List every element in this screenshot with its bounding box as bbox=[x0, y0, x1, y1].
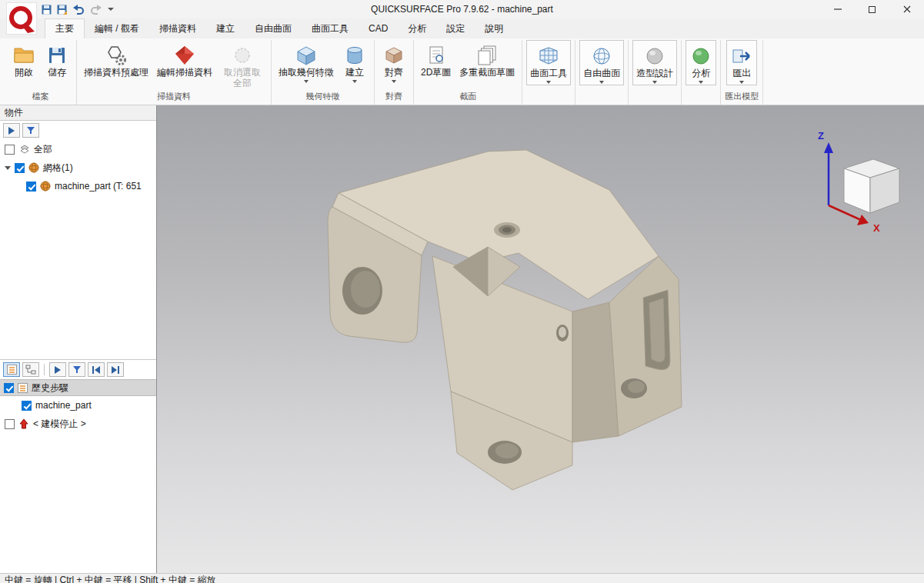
maximize-button[interactable] bbox=[855, 0, 889, 18]
history-label-machine-part: machine_part bbox=[35, 400, 92, 411]
history-filter-button[interactable] bbox=[68, 362, 85, 377]
play-icon bbox=[8, 127, 15, 135]
checkbox-history-stop[interactable] bbox=[5, 419, 15, 429]
ribbon: 開啟 儲存 檔案 掃描資料預處理 編輯掃描資料 bbox=[0, 38, 924, 105]
dropdown-arrow-icon bbox=[392, 80, 396, 83]
styling-design-label: 造型設計 bbox=[636, 68, 673, 79]
history-skip-last-button[interactable] bbox=[107, 362, 124, 377]
redo-button[interactable] bbox=[90, 4, 102, 15]
align-button[interactable]: 對齊 bbox=[379, 40, 409, 84]
left-panel: 物件 全部 網格(1) bbox=[0, 105, 157, 573]
tab-freeform[interactable]: 自由曲面 bbox=[245, 18, 302, 38]
history-list-view-button[interactable] bbox=[3, 362, 20, 377]
checkbox-mesh-group[interactable] bbox=[15, 163, 25, 173]
tab-settings[interactable]: 設定 bbox=[436, 18, 475, 38]
checkbox-all[interactable] bbox=[5, 145, 15, 155]
objects-filter-button[interactable] bbox=[22, 123, 39, 138]
machine-part-mesh bbox=[157, 105, 924, 573]
orange-mesh-icon bbox=[28, 162, 39, 173]
close-icon bbox=[903, 5, 911, 13]
open-label: 開啟 bbox=[15, 68, 33, 78]
checkbox-history-machine-part[interactable] bbox=[22, 401, 32, 411]
tree-row-machine-part[interactable]: machine_part (T: 651 bbox=[0, 177, 156, 195]
chevron-expanded-icon[interactable] bbox=[5, 166, 11, 170]
objects-play-button[interactable] bbox=[3, 123, 20, 138]
open-button[interactable]: 開啟 bbox=[8, 40, 39, 79]
layers-icon bbox=[18, 144, 30, 155]
group-caption-feature: 幾何特徵 bbox=[306, 90, 340, 105]
tree-row-mesh-group[interactable]: 網格(1) bbox=[0, 158, 156, 177]
tab-analysis[interactable]: 分析 bbox=[398, 18, 436, 38]
quick-access-toolbar bbox=[42, 4, 114, 15]
tab-main[interactable]: 主要 bbox=[45, 18, 85, 38]
ribbon-tabs: 主要 編輯 / 觀看 掃描資料 建立 自由曲面 曲面工具 CAD 分析 設定 說… bbox=[0, 18, 924, 38]
group-caption-scan: 掃描資料 bbox=[157, 90, 191, 105]
dropdown-arrow-icon bbox=[739, 81, 744, 84]
surface-tools-label: 曲面工具 bbox=[530, 68, 567, 79]
edit-scan-label: 編輯掃描資料 bbox=[157, 68, 212, 78]
ribbon-group-styling: 造型設計 bbox=[629, 40, 682, 105]
play-icon bbox=[54, 366, 62, 374]
history-label-stop: < 建模停止 > bbox=[33, 418, 86, 431]
history-play-button[interactable] bbox=[49, 362, 66, 377]
styling-design-button[interactable]: 造型設計 bbox=[632, 40, 677, 85]
tab-scan-data[interactable]: 掃描資料 bbox=[149, 18, 206, 38]
tab-create[interactable]: 建立 bbox=[206, 18, 245, 38]
ribbon-group-export: 匯出 匯出模型 bbox=[721, 40, 763, 105]
objects-panel-header: 物件 bbox=[0, 105, 156, 121]
tab-edit-view[interactable]: 編輯 / 觀看 bbox=[85, 18, 149, 38]
red-diamond-icon bbox=[173, 43, 196, 68]
analysis-button[interactable]: 分析 bbox=[685, 40, 716, 85]
tree-row-all[interactable]: 全部 bbox=[0, 140, 156, 158]
tab-surface-tools[interactable]: 曲面工具 bbox=[302, 18, 359, 38]
save-quick-button[interactable] bbox=[42, 5, 52, 15]
save-as-button[interactable] bbox=[57, 5, 67, 15]
navigation-cube[interactable]: Z X bbox=[812, 125, 904, 237]
export-label: 匯出 bbox=[732, 68, 751, 79]
ribbon-group-file: 開啟 儲存 檔案 bbox=[5, 40, 77, 105]
sketch-2d-button[interactable]: 2D草圖 bbox=[418, 40, 454, 79]
chevron-down-icon bbox=[108, 8, 114, 11]
3d-viewport[interactable]: Z X bbox=[157, 105, 924, 573]
scan-preprocess-button[interactable]: 掃描資料預處理 bbox=[81, 40, 152, 79]
maximize-icon bbox=[869, 6, 876, 13]
close-button[interactable] bbox=[889, 0, 924, 18]
floppy-icon bbox=[47, 43, 67, 68]
history-row-machine-part[interactable]: machine_part bbox=[0, 396, 156, 415]
funnel-icon bbox=[26, 126, 35, 135]
save-file-button[interactable]: 儲存 bbox=[42, 40, 72, 79]
extract-feature-button[interactable]: 抽取幾何特徵 bbox=[275, 40, 337, 84]
app-window: QUICKSURFACE Pro 7.9.62 - machine_part 主… bbox=[0, 0, 924, 583]
tree-label-mesh-group: 網格(1) bbox=[43, 162, 73, 175]
deselect-all-button[interactable]: 取消選取全部 bbox=[218, 40, 267, 90]
redo-icon bbox=[90, 4, 102, 15]
tab-help[interactable]: 說明 bbox=[475, 18, 513, 38]
history-panel: 歷史步驟 machine_part < 建模停止 > bbox=[0, 359, 156, 573]
minimize-button[interactable] bbox=[820, 0, 855, 18]
multi-section-sketch-button[interactable]: 多重截面草圖 bbox=[456, 40, 518, 79]
history-header[interactable]: 歷史步驟 bbox=[0, 379, 156, 396]
gray-sphere-icon bbox=[645, 44, 665, 68]
undo-button[interactable] bbox=[72, 4, 85, 15]
window-title: QUICKSURFACE Pro 7.9.62 - machine_part bbox=[0, 4, 924, 15]
qat-customize-button[interactable] bbox=[108, 8, 114, 11]
edit-scan-button[interactable]: 編輯掃描資料 bbox=[154, 40, 215, 79]
history-tree-view-button[interactable] bbox=[22, 362, 39, 377]
surface-tools-button[interactable]: 曲面工具 bbox=[526, 40, 571, 85]
dropdown-arrow-icon bbox=[546, 81, 551, 84]
checkbox-history[interactable] bbox=[4, 383, 14, 393]
objects-toolbar bbox=[0, 121, 156, 140]
history-skip-first-button[interactable] bbox=[88, 362, 105, 377]
sketch-2d-label: 2D草圖 bbox=[421, 68, 451, 78]
checkbox-machine-part[interactable] bbox=[26, 182, 36, 192]
export-button[interactable]: 匯出 bbox=[726, 40, 757, 85]
create-feature-button[interactable]: 建立 bbox=[339, 40, 370, 84]
objects-panel: 物件 全部 網格(1) bbox=[0, 105, 156, 359]
dropdown-arrow-icon bbox=[352, 80, 357, 83]
tab-cad[interactable]: CAD bbox=[359, 18, 398, 38]
history-row-stop[interactable]: < 建模停止 > bbox=[0, 415, 156, 433]
deselect-all-label: 取消選取全部 bbox=[221, 68, 264, 89]
stacked-pages-icon bbox=[476, 43, 498, 68]
main-area: 物件 全部 網格(1) bbox=[0, 105, 924, 573]
freeform-button[interactable]: 自由曲面 bbox=[579, 40, 624, 85]
